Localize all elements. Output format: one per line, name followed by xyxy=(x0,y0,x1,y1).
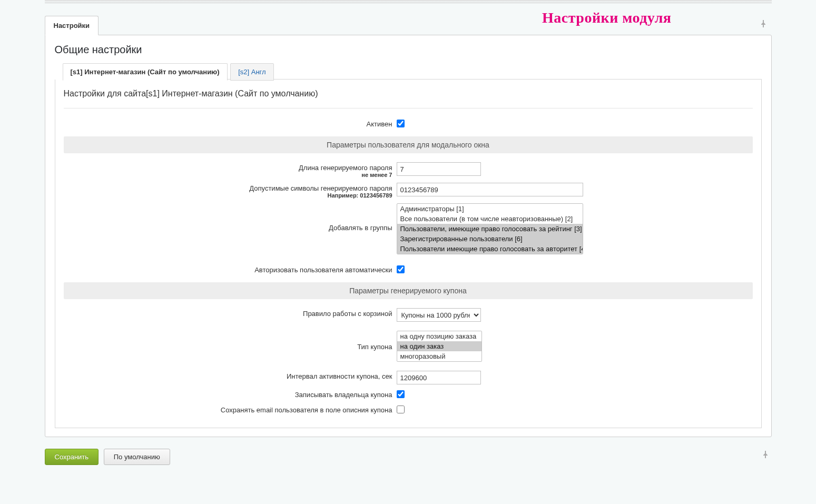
section-user-params: Параметры пользователя для модального ок… xyxy=(64,136,753,153)
checkbox-write-owner[interactable] xyxy=(397,390,405,398)
label-save-email: Сохранять email пользователя в поле опис… xyxy=(64,404,397,414)
coupon-type-option[interactable]: на одну позицию заказа xyxy=(397,331,481,341)
checkbox-save-email[interactable] xyxy=(397,406,405,413)
label-interval: Интервал активности купона, сек xyxy=(64,370,397,380)
label-pwd-chars: Допустимые символы генерируемого пароля … xyxy=(64,182,397,199)
default-button[interactable]: По умолчанию xyxy=(104,449,170,465)
label-basket-rule: Правило работы с корзиной xyxy=(64,308,397,318)
pin-icon[interactable] xyxy=(762,451,769,460)
pin-icon[interactable] xyxy=(760,20,766,29)
select-add-groups[interactable]: Администраторы [1] Все пользователи (в т… xyxy=(397,203,583,254)
coupon-type-option[interactable]: на один заказ xyxy=(397,341,481,351)
label-add-groups: Добавлять в группы xyxy=(64,203,397,232)
tab-settings[interactable]: Настройки xyxy=(45,16,99,35)
label-pwd-length: Длина генерируемого пароля не менее 7 xyxy=(64,162,397,178)
group-option[interactable]: Все пользователи (в том числе неавторизо… xyxy=(397,214,583,224)
checkbox-active[interactable] xyxy=(397,120,405,127)
group-option[interactable]: Пользователи имеющие право голосовать за… xyxy=(397,244,583,254)
checkbox-auto-auth[interactable] xyxy=(397,265,405,273)
site-tab-s1[interactable]: [s1] Интернет-магазин (Сайт по умолчанию… xyxy=(63,63,228,81)
site-settings-title: Настройки для сайта[s1] Интернет-магазин… xyxy=(64,89,753,98)
input-pwd-length[interactable] xyxy=(397,162,481,176)
group-option[interactable]: Зарегистрированные пользователи [6] xyxy=(397,234,583,244)
select-coupon-type[interactable]: на одну позицию заказа на один заказ мно… xyxy=(397,331,482,362)
group-option[interactable]: Пользователи, имеющие право голосовать з… xyxy=(397,224,583,234)
coupon-type-option[interactable]: многоразовый xyxy=(397,351,481,361)
label-coupon-type: Тип купона xyxy=(64,330,397,351)
site-tab-s2[interactable]: [s2] Англ xyxy=(230,63,273,81)
save-button[interactable]: Сохранить xyxy=(45,449,99,465)
input-pwd-chars[interactable] xyxy=(397,183,583,196)
module-settings-title: Настройки модуля xyxy=(542,9,672,26)
label-active: Активен xyxy=(64,118,397,128)
label-auto-auth: Авторизовать пользователя автоматически xyxy=(64,264,397,274)
section-coupon-params: Параметры генерируемого купона xyxy=(64,282,753,299)
input-interval[interactable] xyxy=(397,371,481,384)
settings-panel: Общие настройки [s1] Интернет-магазин (С… xyxy=(45,35,772,437)
label-write-owner: Записывать владельца купона xyxy=(64,389,397,399)
select-basket-rule[interactable]: Купоны на 1000 рублей xyxy=(397,308,481,322)
panel-title: Общие настройки xyxy=(55,44,762,56)
group-option[interactable]: Администраторы [1] xyxy=(397,204,583,214)
